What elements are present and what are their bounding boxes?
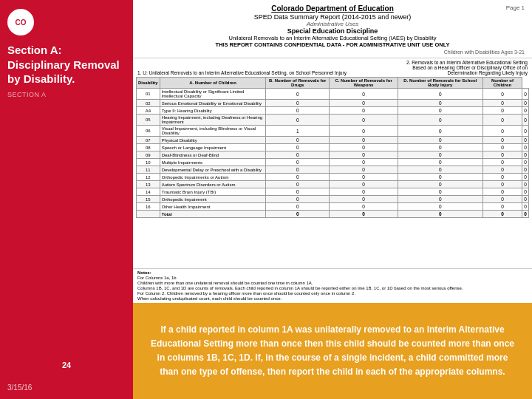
row-col-c: 0 xyxy=(398,181,483,188)
row-col-c: 0 xyxy=(398,107,483,115)
note-item: When calculating unduplicated count, eac… xyxy=(137,296,528,301)
row-code: 01 xyxy=(137,89,160,100)
row-col-d: 0 xyxy=(482,144,522,151)
row-col-a: 0 xyxy=(266,203,330,211)
sidebar: CO Section A: Disciplinary Removal by Di… xyxy=(0,0,133,399)
row-col-c: 0 xyxy=(398,196,483,203)
table-row: 07Physical Disability00000 xyxy=(137,137,529,144)
col-header-disability: Disability xyxy=(137,78,160,89)
row-col-c: 0 xyxy=(398,151,483,159)
row-col-d: 0 xyxy=(482,181,522,188)
row-col-a: 0 xyxy=(266,144,330,151)
row-code: 07 xyxy=(137,137,160,144)
row-col-c: 0 xyxy=(398,126,483,137)
row-col-e: 0 xyxy=(522,151,529,159)
sidebar-date: 3/15/16 xyxy=(7,383,32,392)
table-row: 14Traumatic Brain Injury (TBI)00000 xyxy=(137,188,529,196)
row-col-a: 0 xyxy=(266,89,330,100)
row-code: 15 xyxy=(137,196,160,203)
col-header-c: C. Number of Removals for Weapons xyxy=(330,78,398,89)
row-col-c: 0 xyxy=(398,100,483,107)
right-section-title: 2. Removals to an Interim Alternative Ed… xyxy=(395,60,528,75)
svg-text:CO: CO xyxy=(16,18,27,27)
row-col-b: 0 xyxy=(330,144,398,151)
note-item: For Column 2: Children removed by a hear… xyxy=(137,291,528,296)
row-col-a: 0 xyxy=(266,196,330,203)
row-col-b: 0 xyxy=(330,107,398,115)
page-number: Page 1 xyxy=(506,4,525,11)
row-col-e: 0 xyxy=(522,211,529,218)
row-col-d: 0 xyxy=(482,203,522,211)
row-col-c: 0 xyxy=(398,203,483,211)
main-content: Colorado Department of Education SPED Da… xyxy=(133,0,532,399)
row-disability-name: Speech or Language Impairment xyxy=(160,144,266,151)
row-col-b: 0 xyxy=(330,174,398,181)
table-row: 01Intellectual Disability or Significant… xyxy=(137,89,529,100)
note-item: For Columns 1a, 1b xyxy=(137,276,528,280)
row-col-b: 0 xyxy=(330,196,398,203)
table-row: 02Serious Emotional Disability or Emotio… xyxy=(137,100,529,107)
row-code: 16 xyxy=(137,203,160,211)
sidebar-section-title: Section A: Disciplinary Removal by Disab… xyxy=(7,43,126,86)
report-header: Colorado Department of Education SPED Da… xyxy=(133,0,532,58)
row-disability-name: Physical Disability xyxy=(160,137,266,144)
row-col-b: 0 xyxy=(330,188,398,196)
children-note: Children with Disabilities Ages 3-21 xyxy=(140,50,525,55)
row-col-c: 0 xyxy=(398,144,483,151)
row-col-c: 0 xyxy=(398,188,483,196)
row-col-a: 0 xyxy=(266,188,330,196)
row-col-c: 0 xyxy=(398,89,483,100)
row-col-e: 0 xyxy=(522,174,529,181)
row-code xyxy=(137,211,160,218)
table-row: A4Type II: Hearing Disability00000 xyxy=(137,107,529,115)
row-col-e: 0 xyxy=(522,126,529,137)
row-col-d: 0 xyxy=(482,89,522,100)
row-col-c: 0 xyxy=(398,159,483,166)
info-box: If a child reported in column 1A was uni… xyxy=(133,303,532,399)
row-col-e: 0 xyxy=(522,100,529,107)
row-disability-name: Developmental Delay or Preschool with a … xyxy=(160,166,266,174)
row-col-a: 0 xyxy=(266,100,330,107)
row-col-a: 0 xyxy=(266,174,330,181)
row-disability-name: Intellectual Disability or Significant L… xyxy=(160,89,266,100)
row-col-d: 0 xyxy=(482,107,522,115)
report-title: SPED Data Summary Report (2014-2015 and … xyxy=(140,13,525,21)
row-disability-name: Other Health Impairment xyxy=(160,203,266,211)
table-row: 09Deaf-Blindness or Deaf-Blind00000 xyxy=(137,151,529,159)
dept-name: Colorado Department of Education xyxy=(140,4,525,13)
row-disability-name: Total xyxy=(160,211,266,218)
row-col-d: 0 xyxy=(482,100,522,107)
row-code: 06 xyxy=(137,126,160,137)
sidebar-page-number: 24 xyxy=(7,361,126,369)
data-table: Disability A. Number of Children B. Numb… xyxy=(136,77,529,218)
admin-line: Administrative Uses xyxy=(140,21,525,27)
table-row: 11Developmental Delay or Preschool with … xyxy=(137,166,529,174)
row-col-c: 0 xyxy=(398,137,483,144)
table-section: 1. U: Unilateral Removals to an Interim … xyxy=(133,58,532,268)
row-col-a: 0 xyxy=(266,159,330,166)
row-code: 10 xyxy=(137,159,160,166)
row-col-d: 0 xyxy=(482,174,522,181)
row-code: 11 xyxy=(137,166,160,174)
row-col-e: 0 xyxy=(522,181,529,188)
row-col-b: 0 xyxy=(330,151,398,159)
row-col-e: 0 xyxy=(522,144,529,151)
row-col-e: 0 xyxy=(522,196,529,203)
info-box-text: If a child reported in column 1A was uni… xyxy=(148,323,517,380)
row-col-b: 0 xyxy=(330,89,398,100)
row-col-b: 0 xyxy=(330,203,398,211)
row-col-e: 0 xyxy=(522,159,529,166)
note-item: Columns 1B, 1C, and 1D are counts of rem… xyxy=(137,286,528,290)
row-col-b: 0 xyxy=(330,181,398,188)
row-disability-name: Serious Emotional Disability or Emotiona… xyxy=(160,100,266,107)
row-col-b: 0 xyxy=(330,115,398,126)
row-code: 14 xyxy=(137,188,160,196)
col-header-d: D. Number of Removals for School Body In… xyxy=(398,78,483,89)
special-ed-line: Special Education Discipline xyxy=(140,27,525,35)
row-col-d: 0 xyxy=(482,196,522,203)
row-disability-name: Hearing Impairment, including Deafness o… xyxy=(160,115,266,126)
row-col-a: 1 xyxy=(266,126,330,137)
row-col-b: 0 xyxy=(330,137,398,144)
table-body: 01Intellectual Disability or Significant… xyxy=(137,89,529,218)
sidebar-section-label: SECTION A xyxy=(7,91,126,98)
